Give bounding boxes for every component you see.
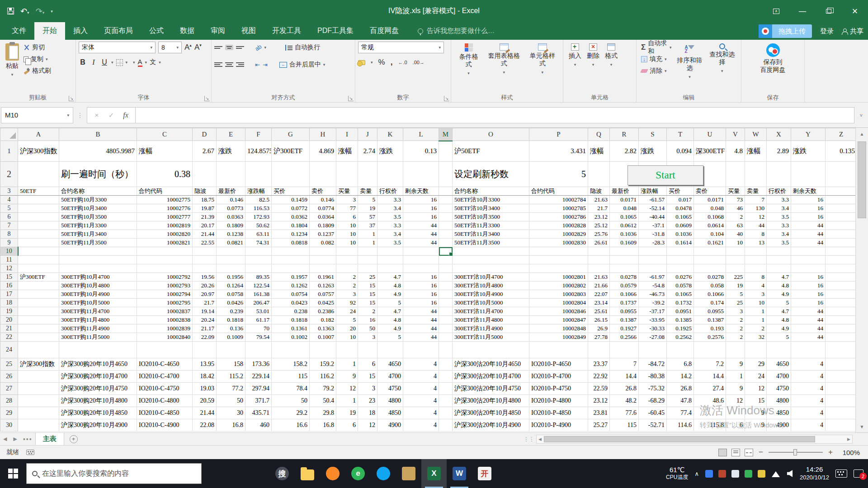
cell-P4[interactable]: 10002784	[529, 196, 588, 204]
cell-C8[interactable]: 10002820	[137, 230, 193, 239]
cell-Y6[interactable]: 16	[791, 213, 826, 221]
cell-P26[interactable]: IO2010-P-4700	[529, 371, 588, 383]
cell-F6[interactable]: 172.93	[245, 213, 272, 221]
column-header-I[interactable]: I	[336, 128, 358, 141]
vertical-scroll-thumb[interactable]	[858, 141, 866, 218]
cell-T25[interactable]: 6.8	[667, 358, 694, 371]
cell-X24[interactable]	[767, 342, 791, 358]
cell-U8[interactable]: 0.104	[694, 230, 726, 239]
tab-页面布局[interactable]: 页面布局	[96, 22, 141, 40]
cell-W27[interactable]: 12	[745, 383, 767, 395]
cell-A15[interactable]: 沪300ETF	[18, 273, 59, 282]
cell-W1[interactable]: 涨幅	[745, 141, 767, 162]
cell-T24[interactable]	[667, 342, 694, 358]
cell-H22[interactable]: 0.1007	[310, 333, 336, 342]
sheet-tab-active[interactable]: 主表	[35, 433, 64, 446]
cell-M27[interactable]	[439, 383, 453, 395]
cell-A21[interactable]	[18, 324, 59, 333]
scroll-right-icon[interactable]: ▶	[847, 437, 850, 441]
cell-L29[interactable]: 4	[403, 407, 439, 419]
cpu-temperature-widget[interactable]: 61℃ CPU温度	[666, 466, 688, 481]
align-top-icon[interactable]	[214, 46, 222, 49]
cell-B8[interactable]: 50ETF购11月3400	[59, 230, 137, 239]
cell-K11[interactable]	[377, 256, 403, 264]
cell-F11[interactable]	[245, 256, 272, 264]
cell-Q10[interactable]	[588, 247, 610, 256]
cell-G1[interactable]: 沪300ETF	[272, 141, 310, 162]
cell-T8[interactable]: 0.1036	[667, 230, 694, 239]
cell-M7[interactable]	[439, 221, 453, 230]
cell-C28[interactable]: IO2010-C-4800	[137, 395, 193, 407]
column-header-A[interactable]: A	[18, 128, 59, 141]
cell-S1[interactable]: 涨跌	[639, 141, 667, 162]
cell-G22[interactable]: 0.1002	[272, 333, 310, 342]
cell-S29[interactable]: -60.45	[639, 407, 667, 419]
cell-D19[interactable]: 19.14	[193, 307, 217, 316]
cell-O27[interactable]: 沪深300沽20年10月4750	[453, 383, 529, 395]
cell-I20[interactable]: 5	[336, 316, 358, 324]
network-icon[interactable]	[772, 467, 780, 477]
cell-B4[interactable]: 50ETF购10月3300	[59, 196, 137, 204]
cell-T19[interactable]: 0.0951	[667, 307, 694, 316]
cell-F1[interactable]: 124.8575	[245, 141, 272, 162]
browser-icon[interactable]: e	[345, 459, 371, 488]
cell-F9[interactable]: 74.31	[245, 239, 272, 247]
cell-V17[interactable]: 5	[726, 290, 745, 299]
cell-C1[interactable]: 涨幅	[137, 141, 193, 162]
cell-C29[interactable]: IO2010-C-4850	[137, 407, 193, 419]
cell-R5[interactable]: 0.048	[610, 204, 639, 213]
cell-A12[interactable]	[18, 264, 59, 273]
cell-C5[interactable]: 10002776	[137, 204, 193, 213]
cell-V29[interactable]	[726, 407, 745, 419]
cell-K26[interactable]: 4700	[377, 371, 403, 383]
cell-M2[interactable]	[439, 162, 453, 187]
cell-R17[interactable]: 0.1066	[610, 290, 639, 299]
row-header-19[interactable]: 19	[0, 307, 18, 316]
cell-W6[interactable]: 12	[745, 213, 767, 221]
cell-Y10[interactable]	[791, 247, 826, 256]
cell-I2[interactable]	[336, 162, 358, 187]
cell-C11[interactable]	[137, 256, 193, 264]
cell-Z25[interactable]	[826, 358, 856, 371]
bold-button[interactable]: B	[79, 58, 87, 66]
cell-X20[interactable]: 4.8	[767, 316, 791, 324]
cell-C21[interactable]: 10002839	[137, 324, 193, 333]
cell-L8[interactable]: 44	[403, 230, 439, 239]
cell-X1[interactable]: 2.89	[767, 141, 791, 162]
cell-V30[interactable]: 6	[726, 419, 745, 432]
cell-O15[interactable]: 300ETF沽10月4700	[453, 273, 529, 282]
cell-X4[interactable]: 3.3	[767, 196, 791, 204]
cell-R10[interactable]	[610, 247, 639, 256]
cell-A1[interactable]: 沪深300指数	[18, 141, 59, 162]
cell-D26[interactable]: 18.42	[193, 371, 217, 383]
cell-R20[interactable]: 0.1387	[610, 316, 639, 324]
cell-S18[interactable]: -39.2	[639, 299, 667, 307]
cell-W16[interactable]: 4	[745, 282, 767, 290]
cell-Q3[interactable]: 隐波	[588, 187, 610, 196]
cell-G11[interactable]	[272, 256, 310, 264]
cell-X30[interactable]: 4900	[767, 419, 791, 432]
cell-Z18[interactable]	[826, 299, 856, 307]
cell-M26[interactable]	[439, 371, 453, 383]
cell-W17[interactable]: 3	[745, 290, 767, 299]
cell-X19[interactable]: 4.7	[767, 307, 791, 316]
save-icon[interactable]	[7, 8, 14, 14]
cell-B7[interactable]: 50ETF购11月3300	[59, 221, 137, 230]
cell-U16[interactable]: 0.058	[694, 282, 726, 290]
cell-U21[interactable]: 0.193	[694, 324, 726, 333]
cell-E27[interactable]: 77.2	[217, 383, 245, 395]
cell-D10[interactable]	[193, 247, 217, 256]
cell-M5[interactable]	[439, 204, 453, 213]
cell-Q7[interactable]: 25.12	[588, 221, 610, 230]
namebox-splitter[interactable]: ⋮	[73, 112, 87, 119]
cell-H9[interactable]: 0.082	[310, 239, 336, 247]
cell-Q15[interactable]: 21.63	[588, 273, 610, 282]
cell-X9[interactable]: 3.5	[767, 239, 791, 247]
cell-U10[interactable]	[694, 247, 726, 256]
cell-M6[interactable]	[439, 213, 453, 221]
cell-B25[interactable]: 沪深300购20年10月4650	[59, 358, 137, 371]
accounting-format-icon[interactable]	[358, 60, 365, 65]
cell-I10[interactable]	[336, 247, 358, 256]
cell-C6[interactable]: 10002777	[137, 213, 193, 221]
cell-W26[interactable]: 24	[745, 371, 767, 383]
